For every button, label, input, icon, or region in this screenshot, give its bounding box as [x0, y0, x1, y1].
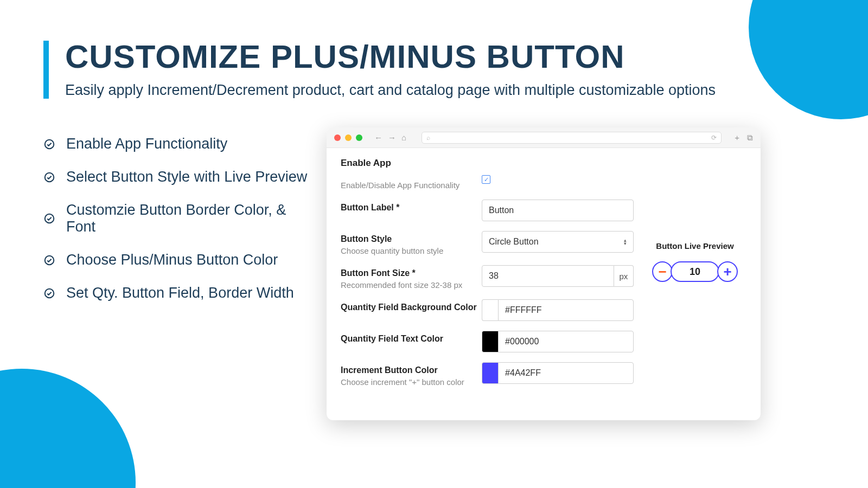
feature-text: Enable App Functionality — [66, 136, 227, 152]
inc-color-swatch[interactable] — [482, 362, 498, 384]
decorative-blob-top — [749, 0, 868, 119]
tabs-button[interactable]: ⧉ — [747, 133, 753, 143]
quantity-field[interactable]: 10 — [671, 261, 719, 282]
list-item: Customzie Button Border Color, & Font — [43, 202, 315, 235]
inc-color-label: Increment Button Color — [341, 365, 482, 375]
live-preview-area: Button Live Preview − 10 + — [643, 241, 746, 282]
button-style-hint: Choose quantity button style — [341, 246, 482, 255]
button-style-select[interactable]: Circle Button ▴▾ — [482, 231, 634, 253]
chevron-updown-icon: ▴▾ — [624, 239, 627, 245]
page-header: CUSTOMIZE PLUS/MINUS BUTTON Easily apply… — [43, 41, 716, 99]
list-item: Choose Plus/Minus Button Color — [43, 252, 315, 268]
inc-color-input[interactable] — [498, 362, 634, 384]
decorative-blob-bottom — [0, 369, 136, 488]
text-color-swatch[interactable] — [482, 331, 498, 352]
text-color-input[interactable] — [498, 331, 634, 352]
list-item: Enable App Functionality — [43, 136, 315, 152]
required-asterisk: * — [412, 268, 416, 278]
reload-icon[interactable]: ⟳ — [711, 134, 717, 142]
check-circle-icon — [43, 138, 55, 150]
button-label-input[interactable] — [482, 200, 634, 221]
new-tab-button[interactable]: + — [735, 133, 739, 143]
check-circle-icon — [43, 254, 55, 266]
quantity-stepper: − 10 + — [643, 261, 746, 282]
browser-window: ← → ⌂ ⌕ ⟳ + ⧉ Enable App Enable/Disable … — [327, 127, 761, 420]
forward-button[interactable]: → — [388, 133, 396, 142]
close-window-button[interactable] — [334, 134, 341, 141]
increment-button[interactable]: + — [717, 261, 738, 282]
app-settings-panel: Enable App Enable/Disable App Functional… — [327, 148, 761, 396]
button-style-label: Button Style — [341, 234, 482, 244]
button-label-label: Button Label — [341, 203, 394, 212]
bg-color-label: Quantity Field Background Color — [341, 303, 482, 312]
font-size-hint: Recommended font size 32-38 px — [341, 280, 482, 290]
enable-app-hint: Enable/Disable App Functionality — [341, 181, 482, 190]
check-circle-icon — [43, 171, 55, 183]
button-style-value: Circle Button — [489, 237, 539, 247]
check-circle-icon — [43, 287, 55, 299]
decrement-button[interactable]: − — [652, 261, 673, 282]
inc-color-hint: Choose increment "+" button color — [341, 377, 482, 387]
browser-chrome: ← → ⌂ ⌕ ⟳ + ⧉ — [327, 127, 761, 148]
feature-text: Select Button Style with Live Preview — [66, 169, 307, 185]
bg-color-swatch[interactable] — [482, 299, 498, 321]
font-size-input[interactable] — [482, 265, 614, 287]
maximize-window-button[interactable] — [356, 134, 362, 141]
home-button[interactable]: ⌂ — [401, 133, 406, 142]
back-button[interactable]: ← — [374, 133, 382, 142]
minimize-window-button[interactable] — [345, 134, 352, 141]
section-title-enable: Enable App — [341, 158, 746, 169]
preview-title: Button Live Preview — [643, 241, 746, 251]
enable-app-checkbox[interactable]: ✓ — [482, 175, 490, 184]
required-asterisk: * — [396, 203, 399, 212]
url-bar[interactable]: ⌕ ⟳ — [422, 132, 722, 144]
check-circle-icon — [43, 213, 55, 224]
text-color-label: Quantity Field Text Color — [341, 334, 482, 344]
page-subtitle: Easily apply Increment/Decrement product… — [65, 82, 716, 99]
feature-text: Choose Plus/Minus Button Color — [66, 252, 278, 268]
feature-text: Set Qty. Button Field, Border Width — [66, 285, 294, 301]
font-size-label: Button Font Size — [341, 268, 410, 278]
page-title: CUSTOMIZE PLUS/MINUS BUTTON — [65, 41, 716, 73]
search-icon: ⌕ — [426, 134, 430, 142]
bg-color-input[interactable] — [498, 299, 634, 321]
font-size-unit: px — [614, 265, 634, 287]
feature-text: Customzie Button Border Color, & Font — [66, 202, 315, 235]
feature-list: Enable App Functionality Select Button S… — [43, 136, 315, 318]
list-item: Select Button Style with Live Preview — [43, 169, 315, 185]
list-item: Set Qty. Button Field, Border Width — [43, 285, 315, 301]
